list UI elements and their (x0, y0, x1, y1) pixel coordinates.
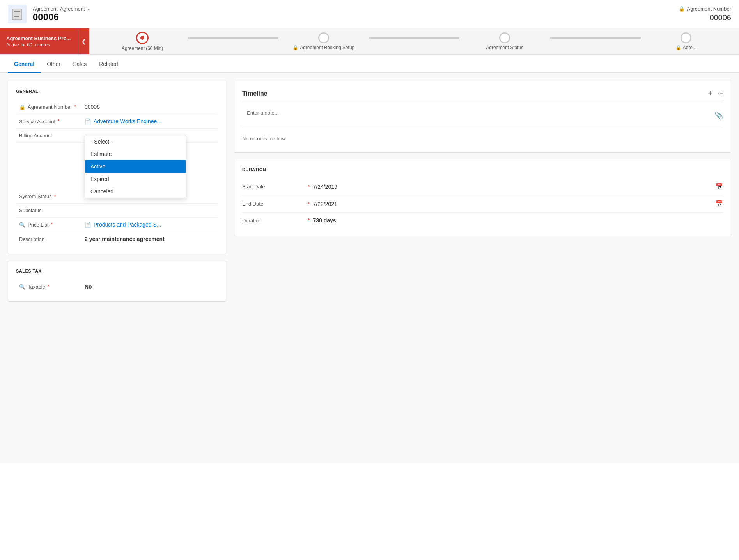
dropdown-option-active[interactable]: Active (85, 160, 186, 173)
breadcrumb-chevron[interactable]: ⌄ (87, 6, 90, 11)
timeline-note-input[interactable] (242, 106, 714, 120)
timeline-add-button[interactable]: + (708, 89, 712, 98)
bpf-step-3-circle (499, 32, 510, 43)
billing-account-label: Billing Account (16, 133, 78, 138)
bpf-active-title: Agreement Business Pro... (6, 35, 72, 41)
start-date-calendar-icon[interactable]: 📅 (715, 183, 723, 190)
substatus-label: Substatus (16, 207, 78, 213)
bpf-step-4-circle (681, 32, 691, 43)
agreement-number-row: 🔒 Agreement Number * 00006 (16, 100, 218, 114)
main-content: GENERAL 🔒 Agreement Number * 00006 Servi… (0, 73, 739, 463)
page-header: Agreement: Agreement ⌄ 00006 🔒 Agreement… (0, 0, 739, 28)
bpf-step-4-label: 🔒 Agre... (675, 45, 696, 50)
tab-sales[interactable]: Sales (67, 56, 93, 73)
system-status-required: * (54, 194, 56, 199)
tab-related[interactable]: Related (93, 56, 124, 73)
agreement-number-lock-icon: 🔒 (19, 104, 25, 110)
description-value: 2 year maintenance agreement (78, 236, 218, 242)
right-column: Timeline + ··· 📎 No records to show. DUR… (234, 81, 731, 455)
bpf-connector-2 (369, 37, 459, 39)
duration-card: DURATION Start Date * 7/24/2019 📅 End Da… (234, 159, 731, 236)
agreement-number-field-label: 🔒 Agreement Number * (16, 104, 78, 110)
tab-other[interactable]: Other (41, 56, 67, 73)
end-date-row: End Date * 7/22/2021 📅 (242, 195, 723, 213)
general-card-title: GENERAL (16, 89, 218, 94)
timeline-header: Timeline + ··· (242, 89, 723, 101)
system-status-label: System Status * (16, 193, 78, 199)
agreement-number-value: 00006 (709, 13, 731, 22)
dropdown-option-estimate[interactable]: Estimate (85, 148, 186, 160)
duration-value: 730 days (313, 217, 723, 223)
app-icon (8, 5, 27, 23)
timeline-card: Timeline + ··· 📎 No records to show. (234, 81, 731, 153)
taxable-search-icon: 🔍 (19, 284, 25, 290)
bpf-connector-3 (550, 37, 640, 39)
bpf-step-1-circle (136, 32, 149, 44)
bpf-step-3-label: Agreement Status (486, 45, 523, 50)
duration-row: Duration * 730 days (242, 213, 723, 228)
general-card: GENERAL 🔒 Agreement Number * 00006 Servi… (8, 81, 226, 254)
service-account-label: Service Account * (16, 119, 78, 124)
system-status-dropdown[interactable]: --Select-- Estimate Active Expired Cance… (85, 135, 186, 198)
dropdown-option-canceled[interactable]: Canceled (85, 185, 186, 198)
agreement-number-label: 🔒 Agreement Number (679, 6, 731, 12)
duration-label: Duration (242, 218, 305, 223)
timeline-actions: + ··· (708, 89, 723, 98)
bpf-step-1[interactable]: Agreement (60 Min) (97, 32, 188, 51)
record-title: 00006 (33, 12, 90, 23)
description-row: Description 2 year maintenance agreement (16, 232, 218, 246)
timeline-clip-icon[interactable]: 📎 (714, 111, 723, 120)
end-date-label: End Date (242, 201, 305, 207)
business-process-bar: Agreement Business Pro... Active for 60 … (0, 28, 739, 55)
agreement-number-field-value: 00006 (78, 104, 218, 110)
service-account-row: Service Account * 📄 Adventure Works Engi… (16, 114, 218, 129)
price-list-required: * (51, 222, 53, 227)
taxable-label: 🔍 Taxable * (16, 284, 78, 290)
timeline-more-button[interactable]: ··· (717, 89, 723, 97)
price-list-label: 🔍 Price List * (16, 222, 78, 228)
description-label: Description (16, 236, 78, 242)
bpf-step-2[interactable]: 🔒 Agreement Booking Setup (278, 32, 369, 50)
lock-icon: 🔒 (679, 6, 685, 12)
taxable-value: No (78, 284, 218, 290)
duration-required: * (308, 217, 310, 223)
bpf-step-2-circle (318, 32, 329, 43)
price-list-row: 🔍 Price List * 📄 Products and Packaged S… (16, 218, 218, 232)
breadcrumb-text: Agreement: Agreement (33, 6, 85, 12)
bpf-steps-container: Agreement (60 Min) 🔒 Agreement Booking S… (89, 28, 739, 54)
tab-bar: General Other Sales Related (0, 56, 739, 73)
end-date-required: * (308, 201, 310, 207)
end-date-calendar-icon[interactable]: 📅 (715, 200, 723, 207)
bpf-step-4[interactable]: 🔒 Agre... (641, 32, 731, 50)
start-date-value: 7/24/2019 (313, 184, 715, 190)
header-left: Agreement: Agreement ⌄ 00006 (8, 5, 90, 23)
billing-account-row: Billing Account --Select-- Estimate Acti… (16, 129, 218, 143)
header-title-group: Agreement: Agreement ⌄ 00006 (33, 6, 90, 23)
service-account-value[interactable]: 📄 Adventure Works Enginee... (78, 118, 218, 124)
start-date-row: Start Date * 7/24/2019 📅 (242, 178, 723, 195)
bpf-active-stage: Agreement Business Pro... Active for 60 … (0, 28, 78, 54)
dropdown-option-expired[interactable]: Expired (85, 173, 186, 185)
tab-general[interactable]: General (8, 56, 41, 73)
end-date-value: 7/22/2021 (313, 201, 715, 207)
bpf-active-subtitle: Active for 60 minutes (6, 42, 72, 48)
agreement-number-required: * (74, 104, 76, 110)
start-date-label: Start Date (242, 184, 305, 190)
duration-title: DURATION (242, 167, 723, 172)
bpf-collapse-button[interactable]: ❮ (78, 28, 89, 54)
service-account-doc-icon: 📄 (85, 118, 91, 124)
taxable-required: * (48, 284, 50, 289)
timeline-empty-message: No records to show. (242, 133, 723, 145)
substatus-row: Substatus (16, 204, 218, 218)
price-list-search-icon: 🔍 (19, 222, 25, 228)
sales-tax-title: SALES TAX (16, 269, 218, 273)
bpf-step-1-label: Agreement (60 Min) (122, 46, 163, 51)
header-right: 🔒 Agreement Number 00006 (679, 6, 731, 22)
dropdown-option-select[interactable]: --Select-- (85, 135, 186, 148)
timeline-title: Timeline (242, 90, 268, 97)
bpf-step-3[interactable]: Agreement Status (459, 32, 550, 50)
price-list-value[interactable]: 📄 Products and Packaged S... (78, 222, 218, 228)
price-list-doc-icon: 📄 (85, 222, 91, 228)
bpf-step-2-label: 🔒 Agreement Booking Setup (292, 45, 354, 50)
taxable-row: 🔍 Taxable * No (16, 280, 218, 294)
